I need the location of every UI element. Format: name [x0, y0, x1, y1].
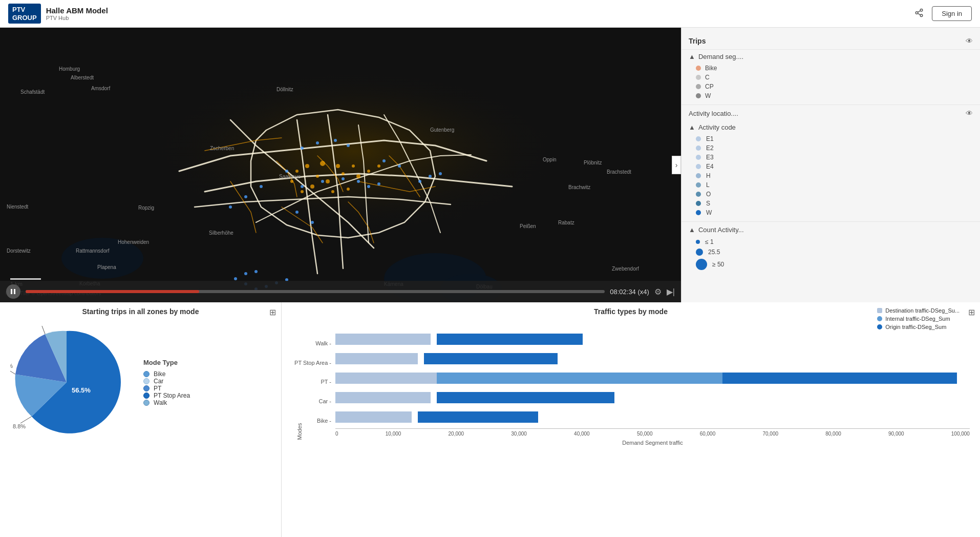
- svg-point-11: [301, 185, 304, 188]
- e2-dot: [696, 146, 701, 151]
- expand-map-button[interactable]: ›: [672, 156, 681, 174]
- x-axis-labels: 0 10,000 20,000 30,000 40,000 50,000 60,…: [335, 431, 970, 437]
- settings-button[interactable]: ⚙: [654, 287, 662, 297]
- svg-point-46: [347, 188, 350, 191]
- map-container: Homburg Alberstedt Schafstädt Amsdorf Dö…: [0, 28, 681, 302]
- pie-chart-content: 8.8% 8.8% 17.1% 56.5% Mode Type Bike: [10, 326, 271, 439]
- svg-point-34: [429, 175, 432, 178]
- svg-point-9: [334, 139, 337, 142]
- svg-line-59: [10, 369, 15, 374]
- signin-button[interactable]: Sign in: [932, 6, 972, 21]
- legend-destination: Destination traffic-DSeg_Su...: [877, 307, 960, 314]
- bar-panel: ⊞ Traffic types by mode Destination traf…: [282, 302, 980, 537]
- cp-label: CP: [705, 83, 714, 90]
- count-items: ≤ 1 25.5 ≥ 50: [681, 237, 980, 272]
- x-label-90k: 90,000: [888, 431, 904, 437]
- code-s: S: [681, 199, 980, 208]
- demand-seg-toggle[interactable]: ▲: [689, 53, 695, 60]
- legend-origin: Origin traffic-DSeg_Sum: [877, 324, 960, 330]
- svg-point-20: [285, 170, 288, 173]
- bar-expand-button[interactable]: ⊞: [968, 307, 975, 317]
- stacked-bar-bike: [335, 411, 970, 423]
- count-dot-large: [696, 259, 707, 270]
- svg-point-41: [342, 172, 345, 175]
- app-sub: PTV Hub: [46, 15, 108, 21]
- x-axis-line: [335, 428, 970, 429]
- bar-chart-body: Walk - PT Stop Area - PT - Car - Bike -: [292, 331, 970, 446]
- bike-dot: [696, 66, 701, 71]
- count-activity-toggle[interactable]: ▲: [689, 226, 695, 234]
- stacked-bar-walk: [335, 334, 970, 345]
- activity-code-toggle[interactable]: ▲: [689, 123, 695, 131]
- svg-point-7: [301, 147, 304, 150]
- svg-point-47: [356, 174, 360, 178]
- c-dot: [696, 75, 701, 80]
- x-label-60k: 60,000: [700, 431, 716, 437]
- o-label: O: [706, 191, 711, 198]
- demand-seg-cp: CP: [681, 82, 980, 91]
- s-label: S: [706, 200, 710, 207]
- map-canvas: [0, 28, 681, 302]
- stacked-bar-ptstoparea: [335, 353, 970, 364]
- x-label-30k: 30,000: [511, 431, 527, 437]
- map-background[interactable]: Homburg Alberstedt Schafstädt Amsdorf Dö…: [0, 28, 681, 302]
- activity-loc-header: Activity locatio.... 👁: [681, 105, 980, 120]
- bike-mode-label: Bike: [154, 370, 165, 378]
- w2-label: W: [706, 209, 712, 216]
- ptv-logo: PTVGROUP: [8, 4, 41, 24]
- svg-point-14: [357, 180, 360, 183]
- share-button[interactable]: [912, 6, 926, 22]
- svg-point-43: [295, 170, 299, 173]
- activity-loc-visibility-button[interactable]: 👁: [966, 109, 973, 117]
- ptstoparea-mode-label: PT Stop Area: [154, 392, 190, 399]
- playback-bar: 08:02:34 (x4) ⚙ ▶|: [0, 281, 681, 302]
- car-mode-label: Car: [154, 378, 163, 385]
- y-label-car: Car -: [292, 398, 331, 404]
- pie-expand-button[interactable]: ⊞: [269, 307, 276, 317]
- w-dot: [696, 93, 701, 98]
- origin-legend-label: Origin traffic-DSeg_Sum: [885, 324, 946, 330]
- e3-dot: [696, 155, 701, 160]
- progress-bar[interactable]: [26, 290, 605, 293]
- svg-text:8.8%: 8.8%: [13, 423, 26, 429]
- svg-point-2: [921, 14, 923, 17]
- pt-legend-dot: [143, 385, 150, 391]
- code-e1: E1: [681, 134, 980, 143]
- count-dot-medium: [696, 249, 703, 256]
- y-label-ptstoparea: PT Stop Area -: [292, 360, 331, 366]
- car-legend-dot: [143, 378, 150, 384]
- play-pause-button[interactable]: [6, 284, 20, 299]
- dest-legend-dot: [877, 308, 882, 313]
- svg-point-38: [336, 164, 340, 168]
- count-dot-small: [696, 240, 700, 244]
- legend-bike: Bike: [143, 370, 190, 378]
- stacked-bar-car: [335, 392, 970, 403]
- header-right: Sign in: [912, 6, 972, 22]
- svg-point-22: [311, 221, 314, 224]
- next-button[interactable]: ▶|: [667, 287, 675, 297]
- count-label-25: 25.5: [708, 249, 720, 256]
- x-label-40k: 40,000: [574, 431, 590, 437]
- svg-point-44: [310, 184, 314, 189]
- x-label-10k: 10,000: [386, 431, 401, 437]
- y-label-walk: Walk -: [292, 340, 331, 346]
- code-e3: E3: [681, 153, 980, 162]
- bike-legend-dot: [143, 371, 150, 377]
- svg-line-57: [20, 417, 32, 423]
- app-title: Halle ABM Model PTV Hub: [46, 6, 108, 21]
- legend-pt-stop-area: PT Stop Area: [143, 392, 190, 399]
- bike-dest-bar: [335, 411, 412, 423]
- demand-seg-label: Demand seg....: [698, 53, 973, 60]
- svg-point-49: [377, 164, 380, 168]
- x-label-70k: 70,000: [762, 431, 778, 437]
- e2-label: E2: [706, 144, 714, 152]
- trips-visibility-button[interactable]: 👁: [966, 37, 973, 45]
- map-scale-bar: [10, 278, 41, 280]
- trips-label: Trips: [689, 37, 706, 45]
- code-h: H: [681, 171, 980, 180]
- legend-internal: Internal traffic-DSeg_Sum: [877, 316, 960, 322]
- h-label: H: [706, 172, 711, 179]
- code-o: O: [681, 190, 980, 199]
- dest-legend-label: Destination traffic-DSeg_Su...: [885, 307, 960, 314]
- activity-loc-label: Activity locatio....: [689, 110, 966, 117]
